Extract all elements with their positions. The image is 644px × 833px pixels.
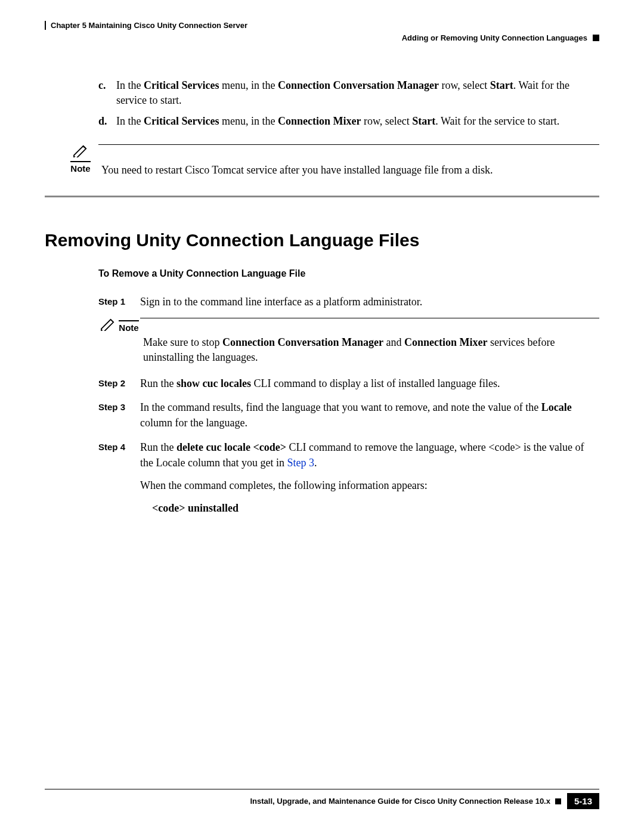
text: menu, in the bbox=[219, 115, 277, 127]
note-block: Note You need to restart Cisco Tomcat se… bbox=[63, 144, 599, 178]
text-bold: show cuc locales bbox=[177, 377, 251, 389]
step-label: Step 2 bbox=[98, 376, 140, 391]
text: In the bbox=[116, 79, 144, 91]
step-label: Step 4 bbox=[98, 439, 140, 516]
text-bold: Connection Mixer bbox=[404, 336, 487, 348]
text: column for the language. bbox=[140, 417, 247, 429]
step-text: Sign in to the command line interface as… bbox=[140, 294, 599, 309]
step-label: Step 1 bbox=[98, 294, 140, 309]
text-bold: Connection Conversation Manager bbox=[222, 336, 383, 348]
text: CLI command to display a list of install… bbox=[251, 377, 500, 389]
text-bold: Critical Services bbox=[144, 79, 219, 91]
procedure-heading: To Remove a Unity Connection Language Fi… bbox=[98, 268, 599, 279]
pencil-icon bbox=[100, 318, 116, 331]
text: and bbox=[383, 336, 404, 348]
step-2: Step 2 Run the show cuc locales CLI comm… bbox=[140, 376, 599, 391]
note-text: Make sure to stop Connection Conversatio… bbox=[140, 318, 599, 365]
text-bold: Critical Services bbox=[144, 115, 219, 127]
footer-title: Install, Upgrade, and Maintenance Guide … bbox=[45, 797, 561, 806]
text: Run the bbox=[140, 441, 177, 453]
list-item-d: d. In the Critical Services menu, in the… bbox=[98, 114, 599, 129]
note-text: You need to restart Cisco Tomcat service… bbox=[98, 144, 599, 178]
note-label: Note bbox=[70, 161, 90, 174]
text-bold: delete cuc locale <code> bbox=[177, 441, 286, 453]
item-letter-c: c. bbox=[98, 78, 116, 108]
note-block-steps: Note Make sure to stop Connection Conver… bbox=[98, 318, 599, 365]
text-bold: Locale bbox=[541, 401, 572, 413]
list-item-c: c. In the Critical Services menu, in the… bbox=[98, 78, 599, 108]
step-3: Step 3 In the command results, find the … bbox=[140, 400, 599, 431]
text: menu, in the bbox=[219, 79, 277, 91]
text-bold: Start bbox=[412, 115, 435, 127]
text-bold: Start bbox=[490, 79, 513, 91]
note-label: Note bbox=[119, 320, 138, 333]
pencil-icon bbox=[72, 144, 89, 157]
text-bold: <code> uninstalled bbox=[152, 502, 239, 514]
text: Make sure to stop bbox=[143, 336, 222, 348]
text: . bbox=[314, 457, 317, 469]
text: row, select bbox=[439, 79, 490, 91]
running-header-section: Adding or Removing Unity Connection Lang… bbox=[45, 33, 599, 42]
section-divider bbox=[45, 196, 599, 197]
text: Run the bbox=[140, 377, 177, 389]
page-number-badge: 5-13 bbox=[567, 793, 599, 809]
text: When the command completes, the followin… bbox=[140, 478, 599, 493]
step-4: Step 4 Run the delete cuc locale <code> … bbox=[140, 439, 599, 516]
section-heading: Removing Unity Connection Language Files bbox=[45, 230, 599, 250]
step-label: Step 3 bbox=[98, 400, 140, 431]
text-bold: Connection Conversation Manager bbox=[278, 79, 439, 91]
text: . Wait for the service to start. bbox=[435, 115, 559, 127]
running-header-chapter: Chapter 5 Maintaining Cisco Unity Connec… bbox=[45, 21, 599, 30]
text-bold: Connection Mixer bbox=[278, 115, 361, 127]
text: In the bbox=[116, 115, 144, 127]
step-1: Step 1 Sign in to the command line inter… bbox=[140, 294, 599, 309]
text: In the command results, find the languag… bbox=[140, 401, 541, 413]
step3-link[interactable]: Step 3 bbox=[287, 457, 314, 469]
item-letter-d: d. bbox=[98, 114, 116, 129]
text: row, select bbox=[361, 115, 412, 127]
page-footer: Install, Upgrade, and Maintenance Guide … bbox=[45, 789, 599, 809]
